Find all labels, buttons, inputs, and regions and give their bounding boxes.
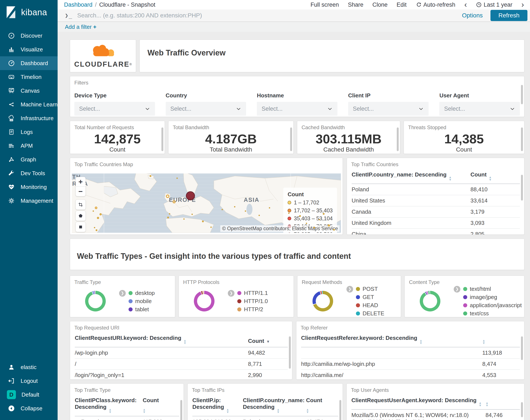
full-screen-button[interactable]: Full screen bbox=[310, 1, 339, 8]
legend-item[interactable]: text/css bbox=[463, 310, 522, 317]
map-bubble[interactable] bbox=[328, 225, 330, 226]
map-bubble[interactable] bbox=[245, 210, 246, 212]
scrollbar[interactable] bbox=[521, 175, 523, 201]
share-button[interactable]: Share bbox=[348, 1, 363, 8]
map-crop-tool-button[interactable] bbox=[76, 200, 86, 210]
sort-icon[interactable] bbox=[479, 402, 482, 407]
sidebar-item-management[interactable]: Management bbox=[0, 194, 58, 208]
scrollbar[interactable] bbox=[521, 127, 523, 151]
time-forward-chevron[interactable]: › bbox=[521, 1, 524, 9]
user-agent-select[interactable]: Select... bbox=[439, 102, 520, 116]
map-bubble[interactable] bbox=[319, 219, 320, 220]
map-bubble[interactable] bbox=[173, 200, 176, 203]
map-bubble[interactable] bbox=[306, 223, 307, 224]
map-bubble[interactable] bbox=[299, 215, 301, 217]
sidebar-item-monitoring[interactable]: Monitoring bbox=[0, 180, 58, 194]
map-bubble[interactable] bbox=[288, 212, 290, 214]
map-bubble-large[interactable] bbox=[186, 191, 195, 200]
sort-icon[interactable] bbox=[489, 176, 492, 181]
sort-desc-icon[interactable] bbox=[266, 340, 270, 344]
sidebar-item-infrastructure[interactable]: Infrastructure bbox=[0, 111, 58, 125]
map-bubble[interactable] bbox=[323, 213, 324, 215]
sort-icon[interactable] bbox=[306, 408, 309, 413]
legend-expand-icon[interactable]: ❯ bbox=[228, 290, 235, 297]
column-header[interactable]: Count bbox=[143, 395, 179, 416]
hostname-select[interactable]: Select... bbox=[257, 102, 338, 116]
map-bubble[interactable] bbox=[100, 213, 102, 215]
map-bubble[interactable] bbox=[313, 227, 315, 228]
map-bubble[interactable] bbox=[150, 175, 151, 177]
scrollbar[interactable] bbox=[521, 402, 523, 417]
sort-icon[interactable] bbox=[419, 339, 422, 344]
column-header[interactable]: Count bbox=[248, 332, 288, 347]
legend-item[interactable]: image/jpeg bbox=[463, 294, 522, 300]
legend-expand-icon[interactable]: ❯ bbox=[119, 290, 126, 297]
sort-icon[interactable] bbox=[109, 408, 112, 413]
legend-expand-icon[interactable]: ❯ bbox=[454, 286, 460, 293]
world-map[interactable]: NORTHAMERICA EUROPE ASIA + − bbox=[72, 173, 341, 233]
sort-icon[interactable] bbox=[486, 402, 488, 407]
sidebar-item-apm[interactable]: APM bbox=[0, 139, 58, 153]
column-header[interactable]: ClientRequestURI.keyword: Descending bbox=[75, 332, 248, 347]
sort-icon[interactable] bbox=[143, 408, 146, 413]
scrollbar[interactable] bbox=[180, 400, 182, 420]
client-ip-select[interactable]: Select... bbox=[348, 102, 429, 116]
map-attribution[interactable]: © OpenStreetMap contributors, Elastic Ma… bbox=[220, 225, 339, 232]
map-bubble[interactable] bbox=[191, 214, 193, 215]
sort-icon[interactable] bbox=[184, 339, 187, 344]
scrollbar[interactable] bbox=[339, 400, 341, 420]
sidebar-item-space-default[interactable]: D Default bbox=[0, 388, 58, 402]
sort-icon[interactable] bbox=[482, 339, 485, 344]
sidebar-item-dashboard[interactable]: Dashboard bbox=[0, 56, 58, 70]
legend-item[interactable]: HTTP/1.1 bbox=[237, 290, 268, 296]
legend-item[interactable]: application/javascript bbox=[463, 302, 522, 309]
sidebar-item-logs[interactable]: Logs bbox=[0, 125, 58, 139]
scrollbar[interactable] bbox=[162, 127, 163, 151]
map-bubble[interactable] bbox=[94, 227, 95, 228]
legend-item[interactable]: DELETE bbox=[356, 310, 384, 317]
scrollbar[interactable] bbox=[289, 336, 291, 369]
legend-item[interactable]: HEAD bbox=[356, 302, 384, 309]
legend-item[interactable]: text/html bbox=[463, 286, 522, 292]
map-bubble[interactable] bbox=[167, 217, 169, 218]
sidebar-item-discover[interactable]: Discover bbox=[0, 29, 58, 43]
map-bubble[interactable] bbox=[183, 218, 185, 220]
sidebar-item-dev-tools[interactable]: Dev Tools bbox=[0, 166, 58, 180]
column-header[interactable]: ClientIPClass.keyword: Descending bbox=[75, 395, 143, 416]
map-bubble[interactable] bbox=[96, 229, 97, 231]
scrollbar[interactable] bbox=[521, 85, 523, 104]
scrollbar[interactable] bbox=[397, 127, 399, 151]
column-header[interactable] bbox=[486, 395, 520, 409]
column-header[interactable]: ClientIP.country_name: Descending bbox=[352, 169, 471, 184]
device-type-select[interactable]: Select... bbox=[74, 102, 155, 116]
map-bubble[interactable] bbox=[166, 195, 169, 198]
country-select[interactable]: Select... bbox=[166, 102, 246, 116]
map-draw-polygon-button[interactable] bbox=[76, 211, 86, 221]
map-bubble[interactable] bbox=[202, 221, 204, 222]
time-back-chevron[interactable]: ‹ bbox=[464, 1, 467, 9]
map-bubble[interactable] bbox=[333, 229, 335, 231]
legend-item[interactable]: GET bbox=[356, 294, 384, 300]
auto-refresh-button[interactable]: Auto-refresh bbox=[416, 1, 456, 8]
map-bubble[interactable] bbox=[93, 210, 94, 212]
column-header[interactable]: ClientIP.ip: Descending bbox=[192, 395, 243, 416]
sidebar-item-canvas[interactable]: Canvas bbox=[0, 84, 58, 98]
scrollbar[interactable] bbox=[521, 336, 523, 360]
sidebar-item-user[interactable]: elastic bbox=[0, 360, 58, 374]
options-link[interactable]: Options bbox=[462, 12, 483, 19]
map-draw-rectangle-button[interactable] bbox=[76, 222, 86, 232]
kibana-logo[interactable]: kibana bbox=[0, 0, 58, 25]
map-bubble[interactable] bbox=[259, 215, 260, 216]
time-range-picker[interactable]: Last 1 year bbox=[476, 1, 512, 8]
zoom-in-button[interactable]: + bbox=[76, 177, 86, 187]
legend-item[interactable]: HTTP/2 bbox=[237, 306, 268, 313]
legend-item[interactable]: tablet bbox=[129, 306, 155, 313]
sort-icon[interactable] bbox=[449, 176, 452, 181]
legend-item[interactable]: HTTP/1.0 bbox=[237, 298, 268, 305]
map-bubble[interactable] bbox=[169, 213, 170, 214]
http-protocols-donut-chart[interactable] bbox=[194, 291, 215, 312]
column-header[interactable]: ClientRequestReferer.keyword: Descending bbox=[301, 332, 482, 347]
map-bubble[interactable] bbox=[177, 178, 178, 179]
legend-expand-icon[interactable]: ❯ bbox=[346, 286, 353, 293]
sidebar-item-visualize[interactable]: Visualize bbox=[0, 43, 58, 56]
